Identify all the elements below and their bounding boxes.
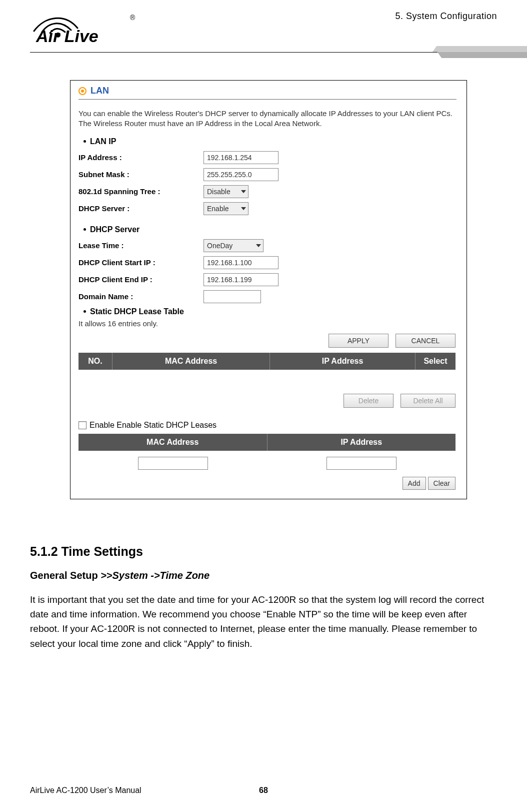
col-select: Select	[416, 353, 456, 370]
cancel-button[interactable]: CANCEL	[396, 334, 456, 348]
footer-manual-name: AirLive AC-1200 User’s Manual	[30, 786, 142, 795]
domain-name-input[interactable]	[204, 290, 261, 303]
dhcp-end-ip-label: DHCP Client End IP :	[78, 275, 204, 284]
lan-config-screenshot: LAN You can enable the Wireless Router's…	[70, 80, 467, 499]
add-lease-table-header: MAC Address IP Address	[78, 434, 456, 451]
delete-button[interactable]: Delete	[344, 394, 394, 408]
section-heading: 5.1.2 Time Settings	[30, 544, 497, 559]
header-arrow-icon	[427, 46, 527, 59]
lan-ip-heading: LAN IP	[70, 136, 466, 149]
chevron-down-icon	[241, 207, 246, 210]
clear-button[interactable]: Clear	[428, 477, 456, 490]
add-button[interactable]: Add	[402, 477, 426, 490]
enable-static-dhcp-label: Enable Enable Static DHCP Leases	[90, 421, 216, 430]
static-lease-heading: Static DHCP Lease Table	[70, 305, 466, 319]
static-lease-table-header: NO. MAC Address IP Address Select	[78, 353, 456, 370]
dhcp-end-ip-input[interactable]: 192.168.1.199	[204, 273, 278, 286]
header-divider	[30, 50, 497, 65]
ip-address-input-2[interactable]	[326, 457, 396, 470]
col-ip: IP Address	[270, 353, 416, 370]
delete-all-button[interactable]: Delete All	[400, 394, 456, 408]
chapter-title: 5. System Configuration	[395, 10, 497, 22]
mac-address-input[interactable]	[138, 457, 208, 470]
static-lease-note: It allows 16 entries only.	[70, 319, 466, 332]
section-subheading: General Setup >>System ->Time Zone	[30, 570, 497, 581]
lan-intro-text: You can enable the Wireless Router's DHC…	[70, 105, 466, 136]
subnet-mask-label: Subnet Mask :	[78, 170, 204, 179]
apply-button[interactable]: APPLY	[328, 334, 388, 348]
radio-selected-icon	[78, 87, 86, 95]
lease-time-select[interactable]: OneDay	[204, 239, 264, 252]
domain-name-label: Domain Name :	[78, 292, 204, 301]
chevron-down-icon	[241, 190, 246, 193]
chevron-down-icon	[256, 244, 261, 247]
col-ip2: IP Address	[268, 434, 456, 451]
dhcp-start-ip-label: DHCP Client Start IP :	[78, 258, 204, 267]
section-paragraph: It is important that you set the date an…	[30, 592, 497, 651]
ip-address-input[interactable]: 192.168.1.254	[204, 151, 278, 164]
dhcp-server-select[interactable]: Enable	[204, 202, 248, 215]
spanning-tree-label: 802.1d Spanning Tree :	[78, 187, 204, 196]
svg-text:®: ®	[130, 14, 136, 22]
col-no: NO.	[78, 353, 112, 370]
dhcp-server-heading: DHCP Server	[70, 224, 466, 237]
subnet-mask-input[interactable]: 255.255.255.0	[204, 168, 278, 181]
ip-address-label: IP Address :	[78, 153, 204, 162]
footer-page-number: 68	[259, 786, 268, 795]
lease-time-label: Lease Time :	[78, 241, 204, 250]
airlive-logo: Air Live ®	[30, 10, 140, 45]
spanning-tree-select[interactable]: Disable	[204, 185, 248, 198]
enable-static-dhcp-checkbox[interactable]	[78, 421, 86, 429]
lan-section-title: LAN	[90, 86, 109, 96]
col-mac2: MAC Address	[78, 434, 268, 451]
dhcp-start-ip-input[interactable]: 192.168.1.100	[204, 256, 278, 269]
dhcp-server-label: DHCP Server :	[78, 204, 204, 213]
col-mac: MAC Address	[112, 353, 270, 370]
svg-text:Air Live: Air Live	[36, 27, 98, 45]
